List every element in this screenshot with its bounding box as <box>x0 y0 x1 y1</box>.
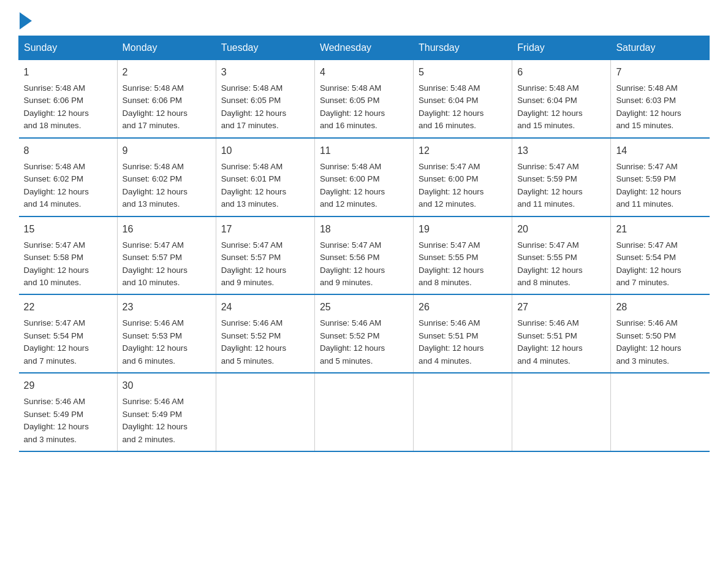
calendar-cell: 25Sunrise: 5:46 AMSunset: 5:52 PMDayligh… <box>314 294 413 373</box>
day-number: 7 <box>616 65 704 80</box>
day-number: 23 <box>123 300 211 315</box>
day-number: 19 <box>419 222 507 237</box>
cell-content: Sunrise: 5:46 AMSunset: 5:51 PMDaylight:… <box>517 317 605 367</box>
cell-content: Sunrise: 5:47 AMSunset: 5:57 PMDaylight:… <box>123 239 211 289</box>
svg-marker-0 <box>20 12 32 29</box>
day-number: 5 <box>419 65 507 80</box>
cell-content: Sunrise: 5:47 AMSunset: 5:59 PMDaylight:… <box>616 161 704 211</box>
day-number: 17 <box>221 222 309 237</box>
calendar-cell <box>216 373 314 451</box>
logo <box>18 12 32 29</box>
day-number: 16 <box>123 222 211 237</box>
cell-content: Sunrise: 5:48 AMSunset: 6:06 PMDaylight:… <box>123 82 211 132</box>
day-number: 21 <box>616 222 704 237</box>
cell-content: Sunrise: 5:46 AMSunset: 5:52 PMDaylight:… <box>221 317 309 367</box>
cell-content: Sunrise: 5:48 AMSunset: 6:06 PMDaylight:… <box>24 82 112 132</box>
calendar-cell: 5Sunrise: 5:48 AMSunset: 6:04 PMDaylight… <box>414 60 512 138</box>
header-thursday: Thursday <box>414 36 512 60</box>
cell-content: Sunrise: 5:47 AMSunset: 5:57 PMDaylight:… <box>221 239 309 289</box>
calendar-cell: 9Sunrise: 5:48 AMSunset: 6:02 PMDaylight… <box>117 138 216 216</box>
header-friday: Friday <box>512 36 611 60</box>
day-number: 8 <box>24 144 112 158</box>
day-number: 27 <box>517 300 605 315</box>
cell-content: Sunrise: 5:47 AMSunset: 5:54 PMDaylight:… <box>616 239 704 289</box>
calendar-table: SundayMondayTuesdayWednesdayThursdayFrid… <box>18 36 710 452</box>
cell-content: Sunrise: 5:48 AMSunset: 6:03 PMDaylight:… <box>616 82 704 132</box>
day-number: 15 <box>24 222 112 237</box>
cell-content: Sunrise: 5:47 AMSunset: 5:56 PMDaylight:… <box>320 239 408 289</box>
day-number: 9 <box>123 144 211 158</box>
calendar-cell: 1Sunrise: 5:48 AMSunset: 6:06 PMDaylight… <box>19 60 118 138</box>
calendar-cell: 29Sunrise: 5:46 AMSunset: 5:49 PMDayligh… <box>19 373 118 451</box>
calendar-cell: 30Sunrise: 5:46 AMSunset: 5:49 PMDayligh… <box>117 373 216 451</box>
cell-content: Sunrise: 5:47 AMSunset: 5:58 PMDaylight:… <box>24 239 112 289</box>
week-row-4: 22Sunrise: 5:47 AMSunset: 5:54 PMDayligh… <box>19 294 710 373</box>
calendar-cell: 14Sunrise: 5:47 AMSunset: 5:59 PMDayligh… <box>611 138 710 216</box>
day-number: 24 <box>221 300 309 315</box>
week-row-1: 1Sunrise: 5:48 AMSunset: 6:06 PMDaylight… <box>19 60 710 138</box>
day-number: 29 <box>24 378 112 393</box>
day-number: 1 <box>24 65 112 80</box>
logo-arrow-icon <box>20 12 32 29</box>
cell-content: Sunrise: 5:47 AMSunset: 5:59 PMDaylight:… <box>517 161 605 211</box>
cell-content: Sunrise: 5:46 AMSunset: 5:53 PMDaylight:… <box>123 317 211 367</box>
day-number: 18 <box>320 222 408 237</box>
cell-content: Sunrise: 5:48 AMSunset: 6:05 PMDaylight:… <box>221 82 309 132</box>
day-number: 22 <box>24 300 112 315</box>
day-number: 28 <box>616 300 704 315</box>
calendar-cell: 11Sunrise: 5:48 AMSunset: 6:00 PMDayligh… <box>314 138 413 216</box>
cell-content: Sunrise: 5:46 AMSunset: 5:49 PMDaylight:… <box>123 396 211 446</box>
header-monday: Monday <box>117 36 216 60</box>
day-number: 12 <box>419 144 507 158</box>
calendar-cell: 3Sunrise: 5:48 AMSunset: 6:05 PMDaylight… <box>216 60 314 138</box>
day-number: 11 <box>320 144 408 158</box>
cell-content: Sunrise: 5:47 AMSunset: 6:00 PMDaylight:… <box>419 161 507 211</box>
calendar-cell: 20Sunrise: 5:47 AMSunset: 5:55 PMDayligh… <box>512 216 611 295</box>
day-number: 20 <box>517 222 605 237</box>
calendar-cell: 24Sunrise: 5:46 AMSunset: 5:52 PMDayligh… <box>216 294 314 373</box>
calendar-cell <box>512 373 611 451</box>
calendar-cell: 23Sunrise: 5:46 AMSunset: 5:53 PMDayligh… <box>117 294 216 373</box>
day-number: 3 <box>221 65 309 80</box>
calendar-header-row: SundayMondayTuesdayWednesdayThursdayFrid… <box>19 36 710 60</box>
cell-content: Sunrise: 5:46 AMSunset: 5:50 PMDaylight:… <box>616 317 704 367</box>
calendar-cell: 22Sunrise: 5:47 AMSunset: 5:54 PMDayligh… <box>19 294 118 373</box>
calendar-cell <box>611 373 710 451</box>
calendar-cell: 17Sunrise: 5:47 AMSunset: 5:57 PMDayligh… <box>216 216 314 295</box>
calendar-cell <box>314 373 413 451</box>
cell-content: Sunrise: 5:48 AMSunset: 6:02 PMDaylight:… <box>123 161 211 211</box>
day-number: 26 <box>419 300 507 315</box>
cell-content: Sunrise: 5:48 AMSunset: 6:00 PMDaylight:… <box>320 161 408 211</box>
week-row-2: 8Sunrise: 5:48 AMSunset: 6:02 PMDaylight… <box>19 138 710 216</box>
cell-content: Sunrise: 5:46 AMSunset: 5:49 PMDaylight:… <box>24 396 112 446</box>
day-number: 25 <box>320 300 408 315</box>
page-header <box>18 12 710 29</box>
header-saturday: Saturday <box>611 36 710 60</box>
cell-content: Sunrise: 5:47 AMSunset: 5:55 PMDaylight:… <box>517 239 605 289</box>
calendar-cell: 10Sunrise: 5:48 AMSunset: 6:01 PMDayligh… <box>216 138 314 216</box>
calendar-cell: 18Sunrise: 5:47 AMSunset: 5:56 PMDayligh… <box>314 216 413 295</box>
calendar-cell: 2Sunrise: 5:48 AMSunset: 6:06 PMDaylight… <box>117 60 216 138</box>
cell-content: Sunrise: 5:47 AMSunset: 5:54 PMDaylight:… <box>24 317 112 367</box>
calendar-cell: 16Sunrise: 5:47 AMSunset: 5:57 PMDayligh… <box>117 216 216 295</box>
header-wednesday: Wednesday <box>314 36 413 60</box>
calendar-cell: 15Sunrise: 5:47 AMSunset: 5:58 PMDayligh… <box>19 216 118 295</box>
calendar-cell: 19Sunrise: 5:47 AMSunset: 5:55 PMDayligh… <box>414 216 512 295</box>
week-row-3: 15Sunrise: 5:47 AMSunset: 5:58 PMDayligh… <box>19 216 710 295</box>
day-number: 10 <box>221 144 309 158</box>
day-number: 14 <box>616 144 704 158</box>
cell-content: Sunrise: 5:48 AMSunset: 6:04 PMDaylight:… <box>517 82 605 132</box>
calendar-cell: 26Sunrise: 5:46 AMSunset: 5:51 PMDayligh… <box>414 294 512 373</box>
calendar-cell: 28Sunrise: 5:46 AMSunset: 5:50 PMDayligh… <box>611 294 710 373</box>
day-number: 2 <box>123 65 211 80</box>
cell-content: Sunrise: 5:48 AMSunset: 6:01 PMDaylight:… <box>221 161 309 211</box>
cell-content: Sunrise: 5:46 AMSunset: 5:51 PMDaylight:… <box>419 317 507 367</box>
cell-content: Sunrise: 5:47 AMSunset: 5:55 PMDaylight:… <box>419 239 507 289</box>
cell-content: Sunrise: 5:48 AMSunset: 6:04 PMDaylight:… <box>419 82 507 132</box>
calendar-cell: 7Sunrise: 5:48 AMSunset: 6:03 PMDaylight… <box>611 60 710 138</box>
calendar-cell: 4Sunrise: 5:48 AMSunset: 6:05 PMDaylight… <box>314 60 413 138</box>
cell-content: Sunrise: 5:48 AMSunset: 6:05 PMDaylight:… <box>320 82 408 132</box>
header-sunday: Sunday <box>19 36 118 60</box>
calendar-cell: 12Sunrise: 5:47 AMSunset: 6:00 PMDayligh… <box>414 138 512 216</box>
calendar-cell <box>414 373 512 451</box>
